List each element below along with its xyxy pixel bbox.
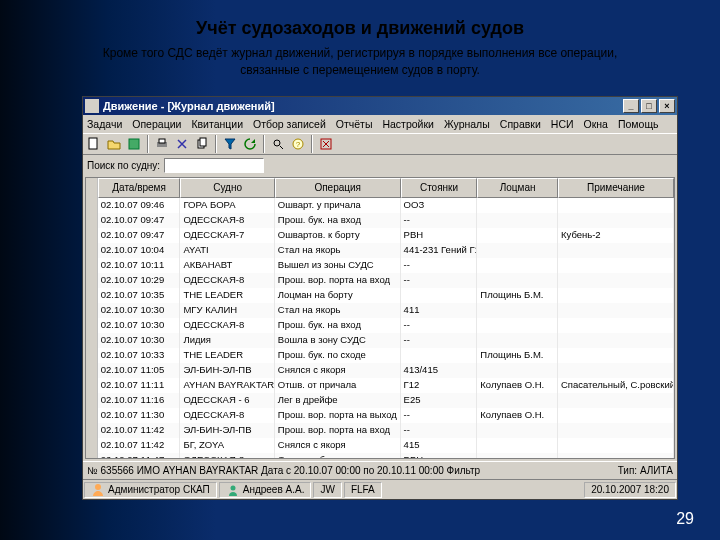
cell: Спасательный, С.ровский [558,378,674,393]
table-row[interactable]: 02.10.07 10:29ОДЕССКАЯ-8Прош. вор. порта… [86,273,674,288]
menu-9[interactable]: Окна [584,118,608,130]
menu-7[interactable]: Справки [500,118,541,130]
cell: 02.10.07 11:16 [98,393,181,408]
menu-8[interactable]: НСИ [551,118,574,130]
cell: АКВАНАВТ [180,258,274,273]
cell: ОДЕССКАЯ-8 [180,273,274,288]
cell: Отшв. от причала [275,378,401,393]
row-marker [86,303,98,318]
cell: THE LEADER [180,288,274,303]
table-row[interactable]: 02.10.07 09:47ОДЕССКАЯ-8Прош. бук. на вх… [86,213,674,228]
cell: 02.10.07 11:11 [98,378,181,393]
cell: 02.10.07 09:47 [98,228,181,243]
minimize-button[interactable]: _ [623,99,639,113]
cell [558,348,674,363]
table-row[interactable]: 02.10.07 11:42ЭЛ-БИН-ЭЛ-ПВПрош. вор. пор… [86,423,674,438]
table-row[interactable]: 02.10.07 09:47ОДЕССКАЯ-7Ошвартов. к борт… [86,228,674,243]
tool-help-icon[interactable]: ? [289,135,307,153]
table-row[interactable]: 02.10.07 11:42БГ, ZOYAСнялся с якоря415 [86,438,674,453]
cell [477,273,558,288]
cell [477,243,558,258]
app-icon [85,99,99,113]
cell [401,348,478,363]
cell [477,393,558,408]
cell [558,288,674,303]
row-marker [86,243,98,258]
slide-subtitle: Кроме того СДС ведёт журнал движений, ре… [0,45,720,79]
cell: 02.10.07 11:47 [98,453,181,458]
cell: Площинь Б.М. [477,288,558,303]
menu-6[interactable]: Журналы [444,118,490,130]
table-row[interactable]: 02.10.07 09:46ГОРА БОРАОшварт. у причала… [86,198,674,213]
svg-point-6 [274,140,280,146]
row-marker [86,348,98,363]
table-row[interactable]: 02.10.07 10:30ОДЕССКАЯ-8Прош. бук. на вх… [86,318,674,333]
cell: Лидия [180,333,274,348]
menu-2[interactable]: Квитанции [191,118,243,130]
cell: AYATI [180,243,274,258]
menu-1[interactable]: Операции [132,118,181,130]
cell: Лег в дрейфе [275,393,401,408]
cell: -- [401,213,478,228]
tool-filter-icon[interactable] [221,135,239,153]
tool-print-icon[interactable] [153,135,171,153]
cell: БГ, ZOYA [180,438,274,453]
status-filter-text: № 635566 ИМО AYHAN BAYRAKTAR Дата с 20.1… [87,465,480,476]
cell: Колупаев О.Н. [477,378,558,393]
cell: Снялся с якоря [275,438,401,453]
menu-4[interactable]: Отчёты [336,118,373,130]
cell [558,258,674,273]
titlebar: Движение - [Журнал движений] _ □ × [83,97,677,115]
menu-3[interactable]: Отбор записей [253,118,326,130]
search-input[interactable] [164,158,264,173]
cell: РВН [401,228,478,243]
col-datetime[interactable]: Дата/время [98,178,181,198]
tool-save-icon[interactable] [125,135,143,153]
tool-open-icon[interactable] [105,135,123,153]
close-button[interactable]: × [659,99,675,113]
table-row[interactable]: 02.10.07 11:30ОДЕССКАЯ-8Прош. вор. порта… [86,408,674,423]
col-note[interactable]: Примечание [558,178,674,198]
status-bar-main: Администратор СКАП Андреев А.А. JW FLFA … [83,479,677,499]
menu-10[interactable]: Помощь [618,118,659,130]
tool-refresh-icon[interactable] [241,135,259,153]
table-row[interactable]: 02.10.07 11:47ОДЕССКАЯ-8Отшв. от бортаРВ… [86,453,674,458]
cell: -- [401,318,478,333]
table-row[interactable]: 02.10.07 11:05ЭЛ-БИН-ЭЛ-ПВСнялся с якоря… [86,363,674,378]
cell [477,333,558,348]
cell [558,453,674,458]
table-row[interactable]: 02.10.07 10:35THE LEADERЛоцман на бортуП… [86,288,674,303]
tool-copy-icon[interactable] [193,135,211,153]
col-operation[interactable]: Операция [275,178,401,198]
col-berth[interactable]: Стоянки [401,178,478,198]
cell [477,438,558,453]
table-row[interactable]: 02.10.07 10:33THE LEADERПрош. бук. по сх… [86,348,674,363]
status-datetime: 20.10.2007 18:20 [584,482,676,498]
row-marker [86,408,98,423]
cell: Прош. вор. порта на выход [275,408,401,423]
table-row[interactable]: 02.10.07 10:04AYATIСтал на якорь441-231 … [86,243,674,258]
tool-new-icon[interactable] [85,135,103,153]
table-row[interactable]: 02.10.07 10:30ЛидияВошла в зону СУДС-- [86,333,674,348]
table-row[interactable]: 02.10.07 10:11АКВАНАВТВышел из зоны СУДС… [86,258,674,273]
table-row[interactable]: 02.10.07 11:11AYHAN BAYRAKTARОтшв. от пр… [86,378,674,393]
menu-5[interactable]: Настройки [382,118,434,130]
search-bar: Поиск по судну: [83,155,677,175]
table-row[interactable]: 02.10.07 11:16ОДЕССКАЯ - 6Лег в дрейфеЕ2… [86,393,674,408]
table-row[interactable]: 02.10.07 10:30МГУ КАЛИНСтал на якорь411 [86,303,674,318]
menu-0[interactable]: Задачи [87,118,122,130]
maximize-button[interactable]: □ [641,99,657,113]
app-window: Движение - [Журнал движений] _ □ × Задач… [82,96,678,500]
col-pilot[interactable]: Лоцман [477,178,558,198]
tool-find-icon[interactable] [269,135,287,153]
cell: Площинь Б.М. [477,348,558,363]
tool-cut-icon[interactable] [173,135,191,153]
cell: Стал на якорь [275,243,401,258]
cell: Прош. вор. порта на вход [275,273,401,288]
status-code: FLFA [344,482,382,498]
cell: ОДЕССКАЯ-8 [180,318,274,333]
col-vessel[interactable]: Судно [180,178,274,198]
grid-body[interactable]: 02.10.07 09:46ГОРА БОРАОшварт. у причала… [86,198,674,458]
tool-exit-icon[interactable] [317,135,335,153]
svg-text:?: ? [296,140,301,149]
